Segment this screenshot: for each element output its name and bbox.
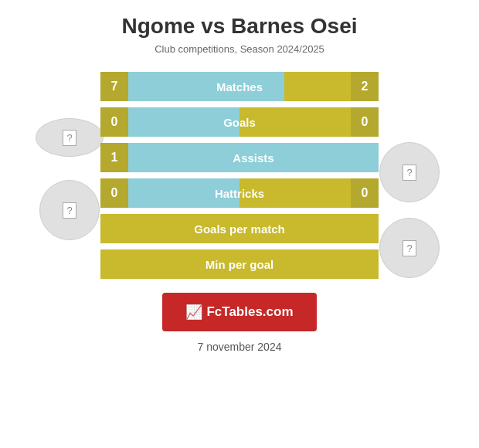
left-value-0: 7 [100,72,128,101]
stat-row-3: 0Hattricks0 [100,178,379,208]
comparison-card: Ngome vs Barnes Osei Club competitions, … [0,0,479,448]
stat-label-4: Goals per match [194,222,285,236]
avatar-placeholder-icon-3: ? [403,165,416,181]
stat-row-1: 0Goals0 [100,107,379,137]
avatar-left-top: ? [36,118,104,157]
avatar-right-bottom: ? [379,218,440,278]
avatar-left-group: ? ? [31,118,108,240]
left-value-1: 0 [100,107,128,137]
avatar-right-group: ? ? [371,142,448,278]
logo-label: FcTables.com [206,304,293,320]
stat-label-5: Min per goal [206,258,273,271]
avatar-left-bottom: ? [39,180,100,240]
date-label: 7 november 2024 [198,341,282,353]
right-value-0: 2 [351,72,379,101]
right-value-3: 0 [351,178,379,208]
stat-row-4: Goals per match [100,214,379,243]
right-value-1: 0 [351,107,379,137]
stat-row-2: 1Assists [100,143,379,172]
avatar-placeholder-icon-2: ? [63,202,76,219]
logo-area: 📈 FcTables.com [162,293,317,331]
avatar-placeholder-icon: ? [63,130,76,146]
stat-row-5: Min per goal [100,249,379,279]
stat-row-0: 7Matches2 [100,72,379,101]
avatar-placeholder-icon-4: ? [403,240,416,256]
avatar-right-top: ? [379,142,440,202]
left-value-2: 1 [100,143,128,172]
page-subtitle: Club competitions, Season 2024/2025 [155,43,324,55]
left-value-3: 0 [100,178,128,208]
page-title: Ngome vs Barnes Osei [121,14,357,39]
logo-text: 📈 FcTables.com [185,304,293,321]
rows-container: 7Matches20Goals01Assists0Hattricks0Goals… [100,72,379,279]
logo-icon: 📈 [185,304,202,321]
stats-area: ? ? 7Matches20Goals01Assists0Hattricks0G… [0,72,479,279]
